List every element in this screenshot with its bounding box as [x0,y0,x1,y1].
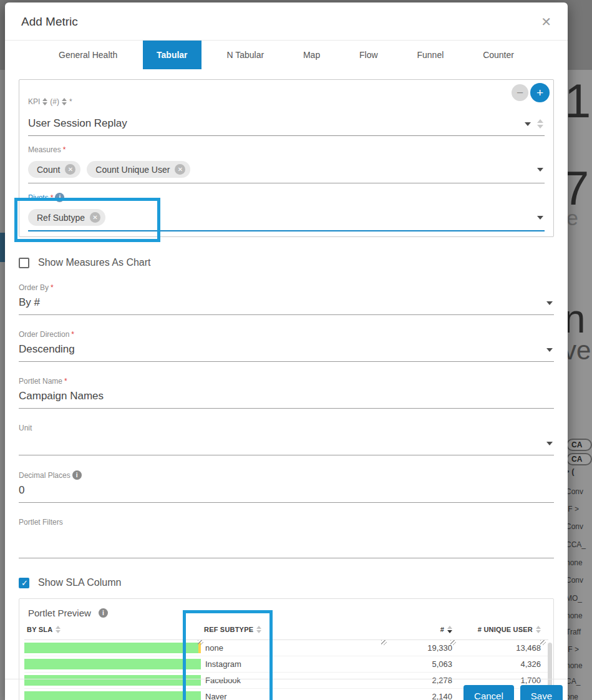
backdrop-row-fragment: none [566,611,583,620]
info-icon[interactable] [72,470,82,480]
column-resize-handle[interactable] [540,640,546,645]
tab-flow[interactable]: Flow [346,41,392,69]
backdrop-row-fragment: Traff [566,628,581,636]
chevron-down-icon[interactable] [537,168,543,172]
sla-bar [24,659,201,669]
backdrop-chip-fragment: CA [566,453,592,465]
dialog-footer: Cancel Save [5,679,568,700]
ref-subtype-cell: none [201,643,385,653]
sort-icon[interactable] [256,626,261,633]
measure-chip: Count Unique User [87,161,190,178]
preview-table-header: BY SLA REF SUBTYPE # # UNIQUE USER [24,626,548,640]
unit-select[interactable] [19,432,554,455]
count-cell: 19,330 [385,643,460,653]
chevron-down-icon[interactable] [525,122,531,126]
backdrop-row-fragment: none [566,558,583,567]
kpi-select[interactable]: User Session Replay [28,114,545,136]
chevron-down-icon[interactable] [546,348,553,352]
kpi-selected-value: User Session Replay [28,117,127,130]
number-spinner-icon[interactable] [537,119,543,129]
sort-toggle-icon[interactable] [62,98,67,105]
chip-remove-icon[interactable] [65,164,75,175]
sort-icon[interactable] [56,626,61,633]
tab-map[interactable]: Map [289,41,334,69]
chevron-down-icon[interactable] [546,301,553,305]
column-resize-handle[interactable] [381,640,387,645]
tab-counter[interactable]: Counter [469,41,528,69]
show-measures-as-chart-row: Show Measures As Chart [19,257,554,268]
backdrop-row-fragment: .F > [566,645,579,654]
sort-toggle-icon[interactable] [42,98,47,105]
backdrop-chip-fragment: CA [566,439,592,451]
column-resize-handle[interactable] [198,640,203,645]
add-metric-dialog: Add Metric ✕ General Health Tabular N Ta… [5,2,568,700]
kpi-group-card: − + KPI (#) * User Session Replay Measu [19,79,554,237]
table-row[interactable]: Instagram 5,063 4,326 [24,656,548,673]
column-header-ref-subtype[interactable]: REF SUBTYPE [201,626,385,633]
decimal-places-field: Decimal Places 0 [19,470,554,503]
ref-subtype-cell: Instagram [201,659,385,669]
remove-kpi-button[interactable]: − [512,84,528,101]
order-direction-select[interactable]: Descending [19,339,554,362]
column-header-count[interactable]: # [385,626,460,633]
backdrop-text-fragment: e [566,206,578,230]
backdrop-row-fragment: Conv [566,487,583,496]
measures-label: Measures * [28,145,545,154]
save-button[interactable]: Save [520,685,563,700]
dialog-body: − + KPI (#) * User Session Replay Measu [5,79,568,700]
order-direction-field: Order Direction* Descending [19,330,554,362]
dialog-title: Add Metric [21,15,78,29]
sort-icon[interactable] [536,626,541,633]
backdrop-row-fragment: Conv [566,522,583,531]
column-header-unique-user[interactable]: # UNIQUE USER [460,626,548,633]
order-by-select[interactable]: By # [19,292,554,315]
tab-funnel[interactable]: Funnel [403,41,457,69]
info-icon[interactable] [55,193,64,202]
pivots-select[interactable]: Ref Subtype [28,205,545,231]
pivots-label: Pivots * [28,193,545,202]
chevron-down-icon[interactable] [537,216,543,220]
backdrop-row-fragment: CA_ [566,677,580,686]
pivot-chip: Ref Subtype [28,209,105,226]
tab-general-health[interactable]: General Health [45,41,131,69]
tab-bar: General Health Tabular N Tabular Map Flo… [5,41,568,69]
backdrop-row-fragment: Conv [566,576,583,585]
show-sla-column-checkbox[interactable] [19,578,29,588]
backdrop-row-fragment: MO_ [566,594,582,603]
backdrop-row-fragment: none [566,661,583,670]
portlet-name-field: Portlet Name* Campaign Names [19,377,554,409]
measure-chip: Count [28,161,80,178]
dialog-header: Add Metric ✕ [5,2,568,41]
close-icon[interactable]: ✕ [541,16,551,28]
unit-field: Unit [19,424,554,455]
backdrop-row-fragment: one [566,693,578,700]
sla-bar [24,643,201,653]
table-row[interactable]: none 19,330 13,468 [24,640,548,656]
tab-tabular[interactable]: Tabular [143,41,201,69]
show-measures-as-chart-checkbox[interactable] [19,258,29,268]
measures-select[interactable]: Count Count Unique User [28,157,545,183]
show-sla-column-row: Show SLA Column [19,577,554,588]
sort-desc-icon[interactable] [447,626,452,633]
info-icon[interactable] [99,608,108,618]
order-by-field: Order By* By # [19,283,554,315]
count-cell: 5,063 [385,659,460,669]
backdrop-row-fragment: CCA_ [566,540,586,549]
tab-n-tabular[interactable]: N Tabular [213,41,278,69]
chip-remove-icon[interactable] [90,212,100,223]
unique-user-cell: 13,468 [460,643,548,653]
portlet-filters-input[interactable] [19,527,554,558]
cancel-button[interactable]: Cancel [463,685,514,700]
column-resize-handle[interactable] [450,640,456,645]
decimal-places-input[interactable]: 0 [19,480,554,503]
kpi-label: KPI (#) * [28,97,545,106]
portlet-filters-field: Portlet Filters [19,518,554,558]
portlet-preview-title: Portlet Preview [28,608,91,618]
unique-user-cell: 4,326 [460,659,548,669]
portlet-name-input[interactable]: Campaign Names [19,386,554,409]
add-kpi-button[interactable]: + [530,83,550,102]
column-header-by-sla[interactable]: BY SLA [24,626,201,633]
chevron-down-icon[interactable] [546,442,553,445]
backdrop-big-digit: 1 [565,74,591,128]
chip-remove-icon[interactable] [175,164,185,175]
